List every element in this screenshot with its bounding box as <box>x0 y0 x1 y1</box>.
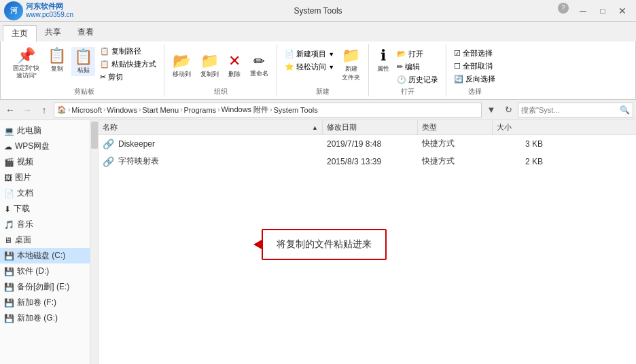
sidebar-item-g[interactable]: 💾 新加卷 (G:) <box>0 310 98 326</box>
select-all-button[interactable]: ☑ 全部选择 <box>452 48 497 59</box>
drive-g-icon: 💾 <box>4 314 14 323</box>
rename-button[interactable]: ✏ 重命名 <box>247 52 271 79</box>
organize-group: 📂 移动到 📁 复制到 ✕ 删除 ✏ 重命名 组织 <box>164 44 277 96</box>
edit-button[interactable]: ✏ 编辑 <box>395 61 440 73</box>
search-box[interactable]: 🔍 <box>518 103 633 117</box>
invert-select-button[interactable]: 🔄 反向选择 <box>452 73 497 85</box>
window-title: System Tools <box>294 6 342 16</box>
open-button[interactable]: 📂 打开 <box>395 48 440 60</box>
properties-button[interactable]: ℹ 属性 <box>374 46 392 75</box>
paste-shortcut-button[interactable]: 📋 粘贴快捷方式 <box>98 58 158 70</box>
sidebar-item-music[interactable]: 🎵 音乐 <box>0 217 98 232</box>
sidebar-item-d[interactable]: 💾 软件 (D:) <box>0 263 98 279</box>
address-windows-accessories[interactable]: Windows 附件 <box>221 105 268 115</box>
new-group: 📄 新建项目 ▼ ⭐ 轻松访问 ▼ 📁 新建文件夹 新建 <box>277 44 369 96</box>
col-header-date[interactable]: 修改日期 <box>323 120 418 134</box>
copy-path-label: 复制路径 <box>111 46 141 56</box>
file-size-diskeeper: 3 KB <box>493 139 547 149</box>
copy-label: 复制 <box>51 65 63 73</box>
pin-button[interactable]: 📌 固定到"快速访问" <box>10 46 42 81</box>
address-start-menu[interactable]: Start Menu <box>142 106 179 114</box>
help-icon[interactable]: ? <box>558 3 569 14</box>
open-label: 打开 <box>374 87 440 96</box>
tab-share[interactable]: 共享 <box>37 24 69 41</box>
open-group: ℹ 属性 📂 打开 ✏ 编辑 🕐 历史记录 打开 <box>369 44 446 96</box>
address-windows[interactable]: Windows <box>107 106 137 114</box>
watermark-url: www.pc0359.cn <box>26 11 73 19</box>
app-logo: 河 <box>4 1 23 20</box>
paste-button[interactable]: 📋 粘贴 <box>71 47 95 76</box>
music-icon: 🎵 <box>4 220 14 230</box>
maximize-button[interactable]: □ <box>593 3 612 19</box>
address-microsoft[interactable]: Microsoft <box>71 106 102 114</box>
new-folder-label: 新建文件夹 <box>342 65 360 82</box>
cut-button[interactable]: ✂ 剪切 <box>98 71 158 83</box>
wps-icon: ☁ <box>4 142 12 151</box>
address-system-tools[interactable]: System Tools <box>274 106 318 114</box>
new-item-label: 新建项目 <box>296 49 326 59</box>
sidebar-item-downloads[interactable]: ⬇ 下载 <box>0 201 98 217</box>
address-bar[interactable]: 🏠 › Microsoft › Windows › Start Menu › P… <box>54 103 482 117</box>
sidebar-item-video[interactable]: 🎬 视频 <box>0 154 98 170</box>
address-dropdown-button[interactable]: ▼ <box>484 103 499 117</box>
easy-access-button[interactable]: ⭐ 轻松访问 ▼ <box>283 61 336 73</box>
file-area: 名称 ▲ 修改日期 类型 大小 🔗 Diskeeper 2019/7/19 8:… <box>99 120 636 364</box>
copy-button[interactable]: 📋 复制 <box>45 46 69 75</box>
watermark-site: 河东软件网 <box>26 2 73 11</box>
invert-select-icon: 🔄 <box>454 75 463 84</box>
file-row-charmap[interactable]: 🔗 字符映射表 2015/8/3 13:39 快捷方式 2 KB <box>99 153 636 170</box>
file-type-diskeeper: 快捷方式 <box>418 138 493 149</box>
tab-view[interactable]: 查看 <box>69 24 102 41</box>
forward-button[interactable]: → <box>20 103 35 117</box>
paste-label: 粘贴 <box>77 66 90 75</box>
copy-to-label: 复制到 <box>200 70 219 79</box>
delete-button[interactable]: ✕ 删除 <box>226 51 243 80</box>
move-to-icon: 📂 <box>173 52 191 70</box>
file-size-charmap: 2 KB <box>493 157 547 166</box>
back-button[interactable]: ← <box>3 103 18 117</box>
tab-home[interactable]: 主页 <box>3 25 37 42</box>
edit-icon: ✏ <box>397 62 403 71</box>
deselect-all-button[interactable]: ☐ 全部取消 <box>452 60 497 72</box>
new-item-button[interactable]: 📄 新建项目 ▼ <box>283 48 336 60</box>
file-row-diskeeper[interactable]: 🔗 Diskeeper 2019/7/19 8:48 快捷方式 3 KB <box>99 135 636 153</box>
rename-icon: ✏ <box>253 53 265 69</box>
sidebar-item-e[interactable]: 💾 备份[勿删] (E:) <box>0 279 98 295</box>
search-input[interactable] <box>521 106 618 114</box>
col-header-type[interactable]: 类型 <box>418 120 493 134</box>
col-name-sort: ▲ <box>312 124 318 131</box>
easy-access-icon: ⭐ <box>285 62 294 71</box>
cut-label: 剪切 <box>108 72 123 82</box>
new-item-icon: 📄 <box>285 50 294 58</box>
history-button[interactable]: 🕐 历史记录 <box>395 74 440 86</box>
copy-to-icon: 📁 <box>200 52 219 70</box>
up-button[interactable]: ↑ <box>37 103 52 117</box>
pin-icon: 📌 <box>17 47 35 65</box>
close-button[interactable]: ✕ <box>613 3 632 19</box>
sidebar-item-docs[interactable]: 📄 文档 <box>0 185 98 201</box>
copy-path-button[interactable]: 📋 复制路径 <box>98 46 158 57</box>
sidebar-item-pictures[interactable]: 🖼 图片 <box>0 170 98 185</box>
downloads-icon: ⬇ <box>4 204 11 214</box>
file-type-charmap: 快捷方式 <box>418 156 493 167</box>
clipboard-label: 剪贴板 <box>10 87 158 96</box>
address-programs[interactable]: Programs <box>183 106 216 114</box>
sidebar-scrollbar-thumb <box>91 122 98 149</box>
copy-to-button[interactable]: 📁 复制到 <box>198 51 222 80</box>
file-name-diskeeper: 🔗 Diskeeper <box>99 139 323 149</box>
col-header-size[interactable]: 大小 <box>493 120 547 134</box>
file-column-headers: 名称 ▲ 修改日期 类型 大小 <box>99 120 636 135</box>
sidebar-item-pc[interactable]: 💻 此电脑 <box>0 123 98 139</box>
new-folder-button[interactable]: 📁 新建文件夹 <box>339 46 363 84</box>
sidebar-item-desktop[interactable]: 🖥 桌面 <box>0 232 98 248</box>
move-to-button[interactable]: 📂 移动到 <box>170 51 194 80</box>
cut-icon: ✂ <box>100 73 106 81</box>
minimize-button[interactable]: ─ <box>573 3 593 19</box>
sidebar-scrollbar[interactable] <box>90 120 98 364</box>
callout-text: 将复制的文件粘贴进来 <box>277 238 372 249</box>
col-header-name[interactable]: 名称 ▲ <box>99 120 323 134</box>
sidebar-item-c[interactable]: 💾 本地磁盘 (C:) <box>0 248 98 263</box>
sidebar-item-f[interactable]: 💾 新加卷 (F:) <box>0 295 98 310</box>
refresh-button[interactable]: ↻ <box>501 103 516 117</box>
sidebar-item-wps[interactable]: ☁ WPS网盘 <box>0 139 98 154</box>
